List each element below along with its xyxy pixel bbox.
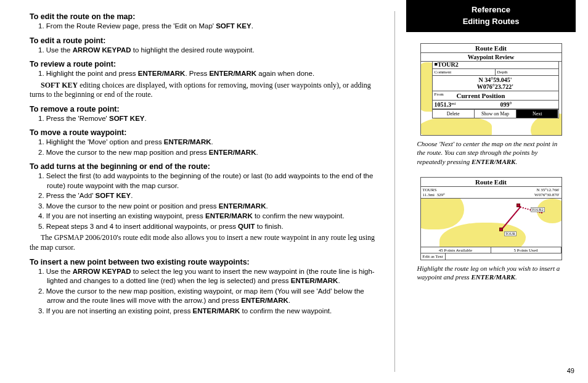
heading-review-route-point: To review a route point: [30, 60, 383, 68]
fig2-coords: N 35°12.766'W076°30.870' [534, 187, 559, 197]
edit-as-text-button[interactable]: Edit as Text [421, 253, 446, 260]
step: 1. Use the ARROW KEYPAD to select the le… [38, 267, 383, 286]
wp-lon: W076°23.722' [477, 83, 513, 90]
waypoint-panel: ■ TOUR2 Comment Depth N 34°59.045' W076°… [432, 60, 559, 118]
step: 1. Highlight the 'Move' option and press… [38, 138, 383, 147]
step: 1. Highlight the point and press ENTER/M… [38, 69, 383, 79]
step: 1. Select the first (to add waypoints to… [38, 171, 383, 191]
wp-name: TOUR2 [438, 61, 459, 68]
step: 3. If you are not inserting an existing … [38, 307, 383, 316]
step: 2. Move the cursor to the new map positi… [38, 287, 383, 306]
page-number: 49 [567, 367, 574, 374]
reference-header: Reference Editing Routes [406, 0, 576, 32]
heading-remove-route-point: To remove a route point: [30, 105, 383, 113]
sidebar: Reference Editing Routes Route Edit Wayp… [395, 0, 588, 383]
step: 1. From the Route Review page, press the… [38, 22, 383, 31]
fig2-caption: Highlight the route leg on which you wis… [417, 264, 565, 282]
step: 2. Press the 'Add' SOFT KEY. [38, 191, 383, 201]
step: 2. Move the cursor to the new map positi… [38, 148, 383, 158]
step: 1. Use the ARROW KEYPAD to highlight the… [38, 46, 383, 56]
main-content: To edit the route on the map: 1. From th… [0, 0, 394, 383]
wp-brg: 099° [500, 101, 512, 108]
next-button[interactable]: Next [517, 110, 558, 118]
paragraph-route-edit-mode: The GPSMAP 2006/2010's route edit mode a… [30, 233, 383, 252]
fig1-buttons: Delete Show on Map Next [433, 109, 558, 118]
wp-from: Current Position [457, 92, 505, 99]
wp-label-tour: TOUR [504, 231, 517, 236]
ref-title: Reference [406, 5, 576, 14]
figure-waypoint-review: Route Edit Waypoint Review TOUR1051mi 10… [420, 43, 562, 136]
fig1-caption: Choose 'Next' to center the map on the n… [417, 139, 565, 166]
fig1-subtitle: Waypoint Review [421, 53, 561, 62]
heading-move-route-waypoint: To move a route waypoint: [30, 128, 383, 137]
wp-lat: N 34°59.045' [479, 76, 512, 83]
heading-add-turns: To add turns at the beginning or end of … [30, 162, 383, 171]
wp-dist: 1051.3 [435, 101, 452, 108]
heading-insert-point: To insert a new point between two existi… [30, 258, 383, 266]
heading-edit-route-point: To edit a route point: [30, 36, 383, 45]
delete-button[interactable]: Delete [433, 110, 475, 118]
figure-route-edit-map: Route Edit TOURS11.3mi 329° N 35°12.766'… [420, 177, 562, 260]
show-on-map-button[interactable]: Show on Map [475, 110, 517, 118]
step: 3. Move the cursor to the new point or p… [38, 202, 383, 212]
fig1-title: Route Edit [421, 44, 561, 53]
fig2-tours: TOURS11.3mi 329° [423, 187, 445, 197]
step: 4. If you are not inserting an existing … [38, 212, 383, 221]
paragraph-softkey-choices: SOFT KEY editing choices are displayed, … [30, 81, 383, 100]
step: 5. Repeat steps 3 and 4 to insert additi… [38, 222, 383, 232]
wp-label-tour2: TOUR2 [531, 207, 545, 212]
fig2-title: Route Edit [421, 178, 561, 187]
step: 1. Press the 'Remove' SOFT KEY. [38, 114, 383, 124]
ref-subtitle: Editing Routes [406, 17, 576, 26]
heading-edit-route-map: To edit the route on the map: [30, 12, 383, 21]
